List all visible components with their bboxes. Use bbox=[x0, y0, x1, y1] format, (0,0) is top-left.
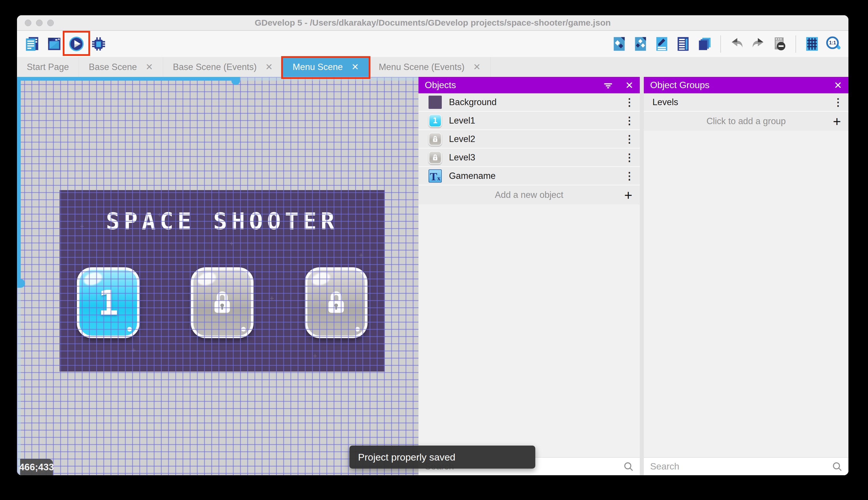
tab-base-scene[interactable]: Base Scene ✕ bbox=[79, 57, 163, 77]
zoom-one-to-one-icon[interactable]: 1:1 bbox=[825, 36, 842, 52]
kebab-menu-icon[interactable]: ⋮ bbox=[624, 170, 635, 182]
tab-label: Menu Scene bbox=[293, 62, 343, 72]
properties-icon[interactable] bbox=[654, 36, 670, 52]
debugger-bug-icon[interactable] bbox=[90, 36, 107, 52]
tab-menu-scene-events[interactable]: Menu Scene (Events) ✕ bbox=[369, 57, 491, 77]
plus-icon: + bbox=[833, 113, 841, 129]
filter-icon[interactable] bbox=[603, 80, 613, 90]
objects-panel-title: Objects bbox=[425, 80, 456, 90]
tab-base-scene-events[interactable]: Base Scene (Events) ✕ bbox=[163, 57, 283, 77]
objects-list: Background ⋮ 1 Level1 ⋮ Level2 ⋮ Level3 … bbox=[419, 93, 640, 185]
group-row-levels[interactable]: Levels ⋮ bbox=[644, 93, 848, 112]
sparkle: + bbox=[307, 213, 312, 222]
editor-content: + + + + + + + + + + + SPACE SHOOTER 1 bbox=[17, 77, 848, 475]
horizontal-scrollbar-thumb[interactable] bbox=[17, 77, 236, 81]
kebab-menu-icon[interactable]: ⋮ bbox=[624, 151, 635, 163]
add-group-button[interactable]: Click to add a group + bbox=[644, 112, 848, 131]
window-title: GDevelop 5 - /Users/dkarakay/Documents/G… bbox=[255, 18, 611, 28]
minimize-window-button[interactable] bbox=[36, 20, 43, 26]
add-new-object-label: Add a new object bbox=[495, 190, 563, 200]
vertical-scrollbar-knob[interactable] bbox=[17, 279, 25, 288]
tab-label: Base Scene bbox=[89, 62, 137, 72]
tab-close-icon[interactable]: ✕ bbox=[351, 61, 359, 72]
main-toolbar: 1:1 bbox=[17, 31, 848, 57]
scene-canvas[interactable]: + + + + + + + + + + + SPACE SHOOTER 1 bbox=[17, 77, 419, 475]
add-group-label: Click to add a group bbox=[706, 116, 786, 126]
layers-icon[interactable] bbox=[696, 36, 713, 52]
add-new-object-button[interactable]: Add a new object + bbox=[419, 185, 640, 204]
tab-close-icon[interactable]: ✕ bbox=[473, 61, 481, 72]
level2-locked-button-object[interactable] bbox=[191, 267, 254, 338]
object-row-level2[interactable]: Level2 ⋮ bbox=[419, 130, 640, 149]
tab-label: Menu Scene (Events) bbox=[379, 62, 465, 72]
kebab-menu-icon[interactable]: ⋮ bbox=[833, 96, 843, 108]
sparkle: + bbox=[230, 239, 234, 248]
object-row-level1[interactable]: 1 Level1 ⋮ bbox=[419, 112, 640, 130]
object-row-background[interactable]: Background ⋮ bbox=[419, 93, 640, 112]
save-toast: Project properly saved bbox=[349, 445, 535, 469]
toolbar-left-group bbox=[24, 36, 107, 52]
toggle-grid-icon[interactable] bbox=[804, 36, 820, 52]
close-window-button[interactable] bbox=[25, 20, 31, 26]
launch-preview-play-icon[interactable] bbox=[68, 36, 85, 52]
toolbar-right-group: 1:1 bbox=[611, 35, 842, 53]
groups-search-input[interactable] bbox=[650, 461, 831, 472]
object-row-gamename[interactable]: Tx Gamename ⋮ bbox=[419, 167, 640, 185]
sparkle: + bbox=[157, 210, 162, 219]
kebab-menu-icon[interactable]: ⋮ bbox=[624, 115, 635, 127]
close-panel-icon[interactable]: ✕ bbox=[834, 80, 842, 90]
tab-start-page[interactable]: Start Page bbox=[17, 57, 79, 77]
level3-object-icon bbox=[428, 151, 442, 164]
lock-icon bbox=[208, 286, 237, 320]
preview-window-icon[interactable] bbox=[46, 36, 62, 52]
kebab-menu-icon[interactable]: ⋮ bbox=[624, 96, 635, 108]
editor-tabbar: Start Page Base Scene ✕ Base Scene (Even… bbox=[17, 57, 848, 77]
project-manager-icon[interactable] bbox=[24, 36, 40, 52]
objects-panel-header: Objects ✕ bbox=[419, 77, 640, 93]
toggle-mask-icon[interactable] bbox=[771, 36, 788, 52]
tab-label: Start Page bbox=[27, 62, 69, 72]
zoom-window-button[interactable] bbox=[47, 20, 54, 26]
game-title-text-object[interactable]: SPACE SHOOTER bbox=[60, 208, 385, 235]
scene-background-object[interactable]: + + + + + + + + + + + SPACE SHOOTER 1 bbox=[60, 190, 385, 372]
close-panel-icon[interactable]: ✕ bbox=[625, 80, 634, 90]
level-buttons-row: 1 bbox=[60, 267, 385, 338]
text-object-icon: Tx bbox=[428, 169, 442, 183]
kebab-menu-icon[interactable]: ⋮ bbox=[624, 133, 635, 145]
instances-list-icon[interactable] bbox=[675, 36, 691, 52]
tab-close-icon[interactable]: ✕ bbox=[145, 61, 153, 72]
cursor-coordinates-badge: 466;433 bbox=[20, 459, 53, 475]
objects-header-icons: ✕ bbox=[603, 80, 634, 90]
objects-editor-icon[interactable] bbox=[611, 36, 627, 52]
redo-icon[interactable] bbox=[750, 36, 766, 52]
gdevelop-window: GDevelop 5 - /Users/dkarakay/Documents/G… bbox=[17, 15, 848, 475]
svg-text:1:1: 1:1 bbox=[829, 40, 836, 46]
panel-divider[interactable] bbox=[640, 77, 644, 475]
level1-button-object[interactable]: 1 bbox=[77, 267, 140, 338]
level3-locked-button-object[interactable] bbox=[305, 267, 367, 338]
tab-menu-scene[interactable]: Menu Scene ✕ bbox=[283, 57, 369, 77]
toolbar-separator bbox=[720, 35, 721, 53]
search-icon[interactable] bbox=[622, 461, 635, 473]
level2-object-icon bbox=[428, 132, 442, 146]
object-label: Level2 bbox=[449, 134, 475, 144]
groups-search-row bbox=[644, 457, 848, 475]
search-icon[interactable] bbox=[831, 461, 843, 473]
object-groups-empty-area bbox=[644, 131, 848, 457]
tab-close-icon[interactable]: ✕ bbox=[265, 61, 273, 72]
object-groups-panel: Object Groups ✕ Levels ⋮ Click to add a … bbox=[644, 77, 848, 475]
level1-object-icon: 1 bbox=[428, 114, 442, 128]
object-label: Level1 bbox=[449, 115, 475, 126]
traffic-lights bbox=[25, 15, 54, 30]
object-label: Gamename bbox=[449, 171, 496, 181]
vertical-scrollbar-thumb[interactable] bbox=[17, 77, 21, 283]
undo-icon[interactable] bbox=[729, 36, 745, 52]
plus-icon: + bbox=[624, 187, 632, 203]
toolbar-separator bbox=[796, 35, 796, 53]
horizontal-scrollbar-knob[interactable] bbox=[231, 77, 240, 85]
level1-digit: 1 bbox=[98, 283, 119, 323]
tab-label: Base Scene (Events) bbox=[173, 62, 257, 72]
object-label: Level3 bbox=[449, 152, 475, 163]
object-groups-editor-icon[interactable] bbox=[632, 36, 649, 52]
object-row-level3[interactable]: Level3 ⋮ bbox=[419, 149, 640, 167]
